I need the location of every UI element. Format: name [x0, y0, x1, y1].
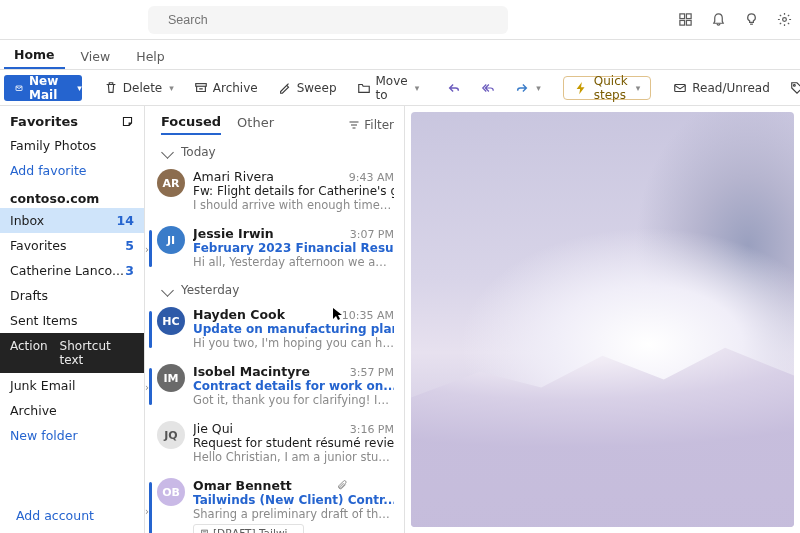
message-body: Amari Rivera9:43 AM Fw: Flight details f…	[193, 169, 394, 212]
read-unread-label: Read/Unread	[692, 81, 770, 95]
message-preview: Hi all, Yesterday afternoon we announced…	[193, 255, 394, 269]
new-mail-dropdown[interactable]: ▾	[75, 75, 82, 101]
expand-thread-icon[interactable]: ›	[145, 506, 149, 517]
delete-button[interactable]: Delete▾	[98, 75, 180, 101]
folder-move-icon	[357, 81, 371, 95]
nav-folder[interactable]: Catherine Lanco...3	[0, 258, 144, 283]
archive-label: Archive	[213, 81, 258, 95]
move-to-button[interactable]: Move to▾	[351, 75, 426, 101]
new-mail-label: New Mail	[29, 74, 64, 102]
envelope-icon	[673, 81, 687, 95]
message-from: Jie Qui	[193, 421, 233, 436]
tag-icon	[790, 81, 800, 95]
reading-pane	[405, 106, 800, 533]
titlebar	[0, 0, 800, 40]
folder-label: Inbox	[10, 213, 44, 228]
shortcut-label: Shortcut text	[60, 339, 134, 367]
favorites-label: Favorites	[10, 114, 78, 129]
message-time: 10:35 AM	[342, 309, 394, 322]
reply-all-button[interactable]	[475, 75, 501, 101]
message-time: 3:16 PM	[350, 423, 394, 436]
svg-rect-9	[196, 83, 207, 86]
action-label: Action	[10, 339, 48, 367]
tab-view[interactable]: View	[71, 44, 121, 69]
quick-steps-label: Quick steps	[594, 74, 628, 102]
titlebar-actions	[678, 12, 792, 27]
nav-folder[interactable]: Drafts	[0, 283, 144, 308]
message-item[interactable]: JQ Jie Qui3:16 PM Request for student ré…	[145, 415, 404, 472]
avatar: JQ	[157, 421, 185, 449]
reply-icon	[447, 81, 461, 95]
message-subject: Fw: Flight details for Catherine's gr...	[193, 184, 394, 198]
add-favorite-link[interactable]: Add favorite	[0, 158, 144, 183]
focused-tab[interactable]: Focused	[161, 114, 221, 135]
message-time: 3:57 PM	[350, 366, 394, 379]
read-unread-button[interactable]: Read/Unread	[667, 75, 776, 101]
message-item[interactable]: AR Amari Rivera9:43 AM Fw: Flight detail…	[145, 163, 404, 220]
message-group-header[interactable]: Yesterday	[145, 277, 404, 301]
folder-label: Archive	[10, 403, 57, 418]
filter-button[interactable]: Filter	[348, 118, 394, 132]
message-item[interactable]: › OB Omar Bennett Tailwinds (New Client)…	[145, 472, 404, 533]
message-from: Isobel Macintyre	[193, 364, 310, 379]
nav-folder[interactable]: Inbox14	[0, 208, 144, 233]
lightning-icon	[574, 81, 588, 95]
other-tab[interactable]: Other	[237, 115, 274, 134]
message-body: Omar Bennett Tailwinds (New Client) Cont…	[193, 478, 394, 533]
message-group-header[interactable]: Today	[145, 139, 404, 163]
tab-home[interactable]: Home	[4, 42, 65, 69]
message-time: 3:07 PM	[350, 228, 394, 241]
search-box[interactable]	[148, 6, 508, 34]
quick-steps-button[interactable]: Quick steps▾	[563, 76, 651, 100]
search-input[interactable]	[166, 12, 498, 28]
avatar: OB	[157, 478, 185, 506]
new-folder-link[interactable]: New folder	[0, 423, 144, 448]
message-from: Omar Bennett	[193, 478, 292, 493]
message-time: 9:43 AM	[349, 171, 394, 184]
add-account-link[interactable]: Add account	[0, 498, 144, 533]
message-item[interactable]: HC Hayden Cook10:35 AM Update on manufac…	[145, 301, 404, 358]
reply-button[interactable]	[441, 75, 467, 101]
filter-label: Filter	[364, 118, 394, 132]
expand-thread-icon[interactable]: ›	[145, 243, 149, 254]
message-body: Hayden Cook10:35 AM Update on manufactur…	[193, 307, 394, 350]
sweep-label: Sweep	[297, 81, 337, 95]
trash-icon	[104, 81, 118, 95]
settings-gear-icon[interactable]	[777, 12, 792, 27]
account-header[interactable]: contoso.com	[0, 183, 144, 208]
action-shortcut-bar[interactable]: Action Shortcut text	[0, 333, 144, 373]
folder-count: 3	[125, 263, 134, 278]
nav-folder[interactable]: Sent Items	[0, 308, 144, 333]
message-preview: Hi you two, I'm hoping you can help me	[193, 336, 394, 350]
message-item[interactable]: › JI Jessie Irwin3:07 PM February 2023 F…	[145, 220, 404, 277]
tips-icon[interactable]	[744, 12, 759, 27]
nav-folder[interactable]: Archive	[0, 398, 144, 423]
svg-rect-3	[686, 14, 691, 19]
nav-folder[interactable]: Favorites5	[0, 233, 144, 258]
tag-button[interactable]: ▾	[784, 75, 800, 101]
reply-all-icon	[481, 81, 495, 95]
message-preview: I should arrive with enough time to atte…	[193, 198, 394, 212]
sweep-button[interactable]: Sweep	[272, 75, 343, 101]
message-from: Amari Rivera	[193, 169, 274, 184]
expand-thread-icon[interactable]: ›	[145, 381, 149, 392]
folder-nav: Favorites Family Photos Add favorite con…	[0, 106, 145, 533]
favorites-header[interactable]: Favorites	[0, 110, 144, 133]
sticky-note-icon[interactable]	[121, 115, 134, 128]
nav-family-photos[interactable]: Family Photos	[0, 133, 144, 158]
avatar: IM	[157, 364, 185, 392]
archive-button[interactable]: Archive	[188, 75, 264, 101]
message-item[interactable]: › IM Isobel Macintyre3:57 PM Contract de…	[145, 358, 404, 415]
calendar-tile-icon[interactable]	[678, 12, 693, 27]
svg-point-11	[793, 84, 795, 86]
new-mail-button[interactable]: New Mail	[4, 75, 75, 101]
avatar: HC	[157, 307, 185, 335]
reading-pane-background	[411, 112, 794, 527]
notifications-icon[interactable]	[711, 12, 726, 27]
forward-button[interactable]: ▾	[509, 75, 547, 101]
nav-folder[interactable]: Junk Email	[0, 373, 144, 398]
message-subject: Request for student résumé review	[193, 436, 394, 450]
svg-point-7	[783, 18, 787, 22]
tab-help[interactable]: Help	[126, 44, 175, 69]
folder-count: 14	[117, 213, 134, 228]
